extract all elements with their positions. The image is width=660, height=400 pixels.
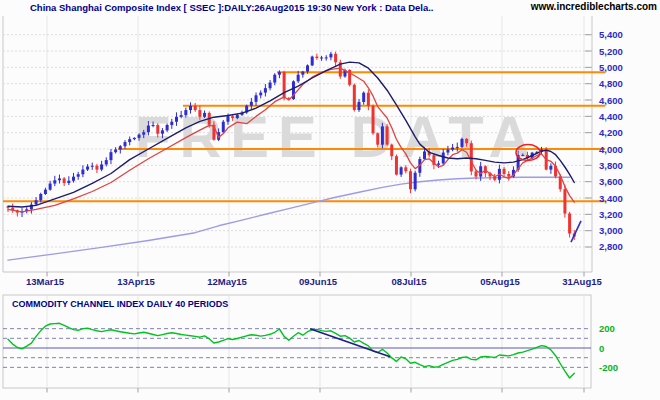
candle-body bbox=[386, 126, 389, 144]
x-axis-label: 08Jul15 bbox=[392, 276, 428, 287]
candle-body bbox=[507, 174, 510, 177]
candle-body bbox=[175, 117, 178, 122]
candle-body bbox=[226, 116, 229, 122]
y-axis-label: 4,400 bbox=[599, 111, 623, 122]
candle-body bbox=[283, 72, 286, 98]
candle-body bbox=[222, 122, 225, 132]
y-axis-label: 2,800 bbox=[599, 241, 623, 252]
cci-axis-label: -200 bbox=[599, 362, 618, 373]
candle-body bbox=[549, 166, 552, 170]
candle-body bbox=[95, 166, 98, 170]
candle-body bbox=[166, 125, 169, 130]
x-axis-label: 13Mar15 bbox=[26, 276, 65, 287]
candle-body bbox=[301, 72, 304, 75]
chart-window: China Shanghai Composite Index [ SSEC ]:… bbox=[0, 0, 660, 400]
y-axis-label: 3,800 bbox=[599, 160, 623, 171]
site-link[interactable]: www.incrediblecharts.com bbox=[531, 1, 657, 12]
candle-body bbox=[100, 164, 103, 169]
candle-body bbox=[503, 169, 506, 174]
candle-body bbox=[203, 113, 206, 117]
cci-panel-title: COMMODITY CHANNEL INDEX DAILY 40 PERIODS bbox=[12, 299, 228, 309]
title-bar: China Shanghai Composite Index [ SSEC ]:… bbox=[0, 0, 660, 15]
candle-body bbox=[77, 174, 80, 176]
candle-body bbox=[72, 177, 75, 181]
candle-body bbox=[568, 214, 571, 234]
y-axis-label: 5,400 bbox=[599, 29, 623, 40]
candle-body bbox=[250, 102, 253, 106]
candle-body bbox=[414, 173, 417, 189]
candle-body bbox=[152, 125, 155, 126]
candle-body bbox=[147, 125, 150, 132]
candle-body bbox=[446, 150, 449, 153]
candle-body bbox=[479, 166, 482, 176]
candle-body bbox=[128, 139, 131, 142]
candle-body bbox=[451, 148, 454, 150]
candle-body bbox=[124, 142, 127, 146]
y-axis-label: 5,200 bbox=[599, 46, 623, 57]
candle-body bbox=[470, 143, 473, 171]
candle-body bbox=[119, 146, 122, 149]
x-axis-label: 09Jun15 bbox=[299, 276, 338, 287]
candle-body bbox=[86, 166, 89, 169]
candle-body bbox=[44, 190, 47, 194]
y-axis-label: 4,600 bbox=[599, 95, 623, 106]
candle-body bbox=[325, 57, 328, 58]
candle-body bbox=[400, 167, 403, 174]
candle-body bbox=[189, 106, 192, 110]
chart-title: China Shanghai Composite Index [ SSEC ]:… bbox=[30, 2, 434, 13]
candle-body bbox=[358, 102, 361, 110]
candle-body bbox=[306, 65, 309, 71]
candle-body bbox=[395, 156, 398, 174]
y-axis-label: 3,200 bbox=[599, 209, 623, 220]
candle-body bbox=[456, 147, 459, 148]
candle-body bbox=[138, 135, 141, 138]
candle-body bbox=[91, 166, 94, 167]
x-axis-label: 12May15 bbox=[207, 276, 247, 287]
candle-body bbox=[409, 171, 412, 189]
x-axis-label: 13Apr15 bbox=[117, 276, 155, 287]
cci-line bbox=[8, 323, 574, 378]
cci-axis-label: 200 bbox=[599, 323, 615, 334]
price-and-cci-chart: FREE DATA5,4005,2005,0004,8004,6004,4004… bbox=[0, 0, 660, 400]
candle-body bbox=[170, 122, 173, 125]
candle-body bbox=[563, 189, 566, 213]
candle-body bbox=[329, 54, 332, 58]
candle-body bbox=[315, 57, 318, 58]
candle-body bbox=[460, 139, 463, 147]
x-axis-label: 05Aug15 bbox=[480, 276, 520, 287]
candle-body bbox=[334, 54, 337, 62]
candle-body bbox=[236, 115, 239, 118]
candle-body bbox=[521, 155, 524, 156]
candle-body bbox=[372, 106, 375, 133]
candle-body bbox=[442, 153, 445, 164]
candle-body bbox=[161, 130, 164, 133]
candle-body bbox=[404, 167, 407, 171]
candle-body bbox=[114, 149, 117, 152]
candle-body bbox=[39, 194, 42, 200]
candle-body bbox=[63, 178, 66, 183]
candle-body bbox=[194, 106, 197, 110]
candle-body bbox=[269, 83, 272, 89]
candle-body bbox=[105, 160, 108, 164]
candle-body bbox=[264, 88, 267, 92]
candle-body bbox=[278, 72, 281, 75]
candle-body bbox=[81, 170, 84, 175]
candle-body bbox=[423, 151, 426, 159]
candle-body bbox=[231, 116, 234, 118]
candle-body bbox=[67, 181, 70, 183]
cci-axis-label: 0 bbox=[599, 343, 604, 354]
candle-body bbox=[35, 200, 38, 204]
y-axis-label: 3,400 bbox=[599, 193, 623, 204]
candle-body bbox=[109, 152, 112, 160]
y-axis-label: 4,200 bbox=[599, 127, 623, 138]
price-trendline-annotation bbox=[571, 221, 581, 242]
candle-body bbox=[259, 93, 262, 96]
candle-body bbox=[273, 75, 276, 83]
candle-body bbox=[156, 125, 159, 134]
candle-body bbox=[367, 93, 370, 106]
candle-body bbox=[381, 126, 384, 144]
candle-body bbox=[255, 95, 258, 102]
candle-body bbox=[133, 138, 136, 139]
candle-body bbox=[390, 145, 393, 157]
y-axis-label: 4,800 bbox=[599, 78, 623, 89]
